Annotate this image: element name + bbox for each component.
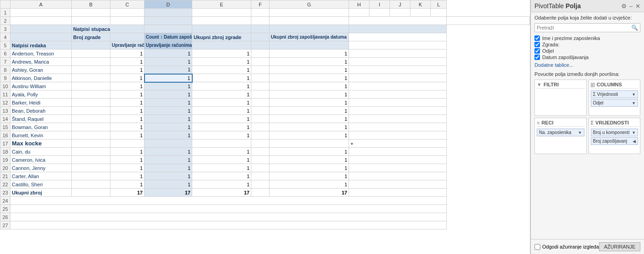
cell-e20[interactable]: 1 (192, 164, 251, 172)
cell-g1[interactable] (270, 9, 349, 17)
cell-a19[interactable]: Cameron, Ivica (10, 156, 72, 164)
cell-f2[interactable] (251, 17, 270, 25)
cell-e1[interactable] (192, 9, 251, 17)
cell-b18[interactable] (72, 148, 110, 156)
col-header-j[interactable]: J (390, 0, 410, 9)
cell-h15[interactable] (349, 123, 447, 131)
cell-f15[interactable] (251, 123, 270, 131)
cell-h18[interactable] (349, 148, 447, 156)
col-header-h[interactable]: H (349, 0, 369, 9)
cell-c21[interactable]: 1 (110, 172, 145, 180)
cell-g19[interactable]: 1 (270, 156, 349, 164)
cell-d4[interactable]: Count ↕ Datum zapošljavanja (145, 33, 192, 41)
cell-h14[interactable] (349, 115, 447, 123)
cell-g11[interactable]: 1 (270, 90, 349, 99)
cell-h16[interactable] (349, 131, 447, 139)
cell-a20[interactable]: Cannon, Jenny (10, 164, 72, 172)
cell-b4[interactable]: Broj zgrade (72, 33, 110, 41)
cell-h5[interactable] (349, 41, 447, 50)
col-header-f[interactable]: F (251, 0, 270, 9)
cell-a22[interactable]: Castillo, Sheri (10, 180, 72, 189)
cell-e12[interactable]: 1 (192, 99, 251, 107)
cell-l1[interactable] (431, 9, 447, 17)
cell-g18[interactable]: 1 (270, 148, 349, 156)
cell-g4[interactable]: Ukupni zbroj zapošljavanja datuma (270, 33, 349, 41)
cell-a14[interactable]: Štand, Raquel (10, 115, 72, 123)
cell-g17[interactable] (270, 139, 349, 148)
cell-c18[interactable]: 1 (110, 148, 145, 156)
cell-a12[interactable]: Barker, Heidi (10, 99, 72, 107)
cell-f6[interactable] (251, 50, 270, 58)
cell-h7[interactable] (349, 58, 447, 66)
cell-f5[interactable] (251, 41, 270, 50)
cell-i1[interactable] (369, 9, 390, 17)
cell-d10[interactable]: 1 (145, 82, 192, 90)
settings-icon[interactable]: ⚙ (621, 3, 627, 10)
col-header-d[interactable]: D (145, 0, 192, 9)
cell-f13[interactable] (251, 107, 270, 115)
cell-e17[interactable] (192, 139, 251, 148)
cell-e10[interactable]: 1 (192, 82, 251, 90)
cell-a2[interactable] (10, 17, 72, 25)
cell-b7[interactable] (72, 58, 110, 66)
cell-b1[interactable] (72, 9, 110, 17)
cell-e19[interactable]: 1 (192, 156, 251, 164)
search-input[interactable] (537, 25, 631, 30)
cell-a9[interactable]: Atkinson, Danielle (10, 74, 72, 82)
cell-e23[interactable]: 17 (192, 189, 251, 197)
cell-f21[interactable] (251, 172, 270, 180)
cell-f16[interactable] (251, 131, 270, 139)
cell-e8[interactable]: 1 (192, 66, 251, 74)
cell-b15[interactable] (72, 123, 110, 131)
cell-e11[interactable]: 1 (192, 90, 251, 99)
field-item-3[interactable]: Odjel (534, 48, 640, 54)
cell-e7[interactable]: 1 (192, 58, 251, 66)
cell-f1[interactable] (251, 9, 270, 17)
cell-d8[interactable]: 1 (145, 66, 192, 74)
cell-c4[interactable] (110, 33, 145, 41)
cell-h1[interactable] (349, 9, 369, 17)
cell-h22[interactable] (349, 180, 447, 189)
cell-f3[interactable] (251, 25, 270, 33)
cell-a11[interactable]: Ayala, Polly (10, 90, 72, 99)
col-header-e[interactable]: E (192, 0, 251, 9)
columns-item-odjel[interactable]: Odjel ▼ (591, 99, 639, 107)
cell-c13[interactable]: 1 (110, 107, 145, 115)
cell-f11[interactable] (251, 90, 270, 99)
cell-f14[interactable] (251, 115, 270, 123)
cell-g5[interactable] (270, 41, 349, 50)
cell-g15[interactable]: 1 (270, 123, 349, 131)
cell-g6[interactable]: 1 (270, 50, 349, 58)
cell-j1[interactable] (390, 9, 410, 17)
cell-e3[interactable] (192, 25, 251, 33)
cell-b2[interactable] (72, 17, 110, 25)
cell-e18[interactable]: 1 (192, 148, 251, 156)
cell-g3[interactable] (270, 25, 349, 33)
cell-g9[interactable]: 1 (270, 74, 349, 82)
vrijednosti-item-1[interactable]: Broj u komponenti ▼ (591, 129, 639, 136)
cell-c17[interactable] (110, 139, 145, 148)
cell-g2[interactable] (270, 17, 349, 25)
cell-b23[interactable] (72, 189, 110, 197)
cell-b3[interactable]: Natpisi stupaca (72, 25, 145, 33)
cell-f7[interactable] (251, 58, 270, 66)
cell-f22[interactable] (251, 180, 270, 189)
cell-c12[interactable]: 1 (110, 99, 145, 107)
spreadsheet-area[interactable]: A B C D E F G H I J K L 1 (0, 0, 530, 254)
cell-c16[interactable]: 1 (110, 131, 145, 139)
cell-d12[interactable]: 1 (145, 99, 192, 107)
cell-f17[interactable] (251, 139, 270, 148)
field-item-4[interactable]: Datum zapošljavanja (534, 54, 640, 60)
panel-title-icons[interactable]: ⚙ – ✕ (621, 3, 640, 10)
reci-item-zaposlenik[interactable]: Na. zaposlenika ▼ (537, 129, 584, 136)
cell-e9[interactable]: 1 (192, 74, 251, 82)
cell-c5[interactable]: Upravljanje računima (110, 41, 145, 50)
cell-g14[interactable]: 1 (270, 115, 349, 123)
cell-d11[interactable]: 1 (145, 90, 192, 99)
cell-e4[interactable]: Ukupni zbroj zgrade (192, 33, 251, 41)
cell-g22[interactable]: 1 (270, 180, 349, 189)
update-button[interactable]: AŽURIRANJE (599, 242, 640, 251)
cell-a18[interactable]: Cain, du (10, 148, 72, 156)
col-header-i[interactable]: I (369, 0, 390, 9)
cell-a4[interactable] (10, 33, 72, 41)
